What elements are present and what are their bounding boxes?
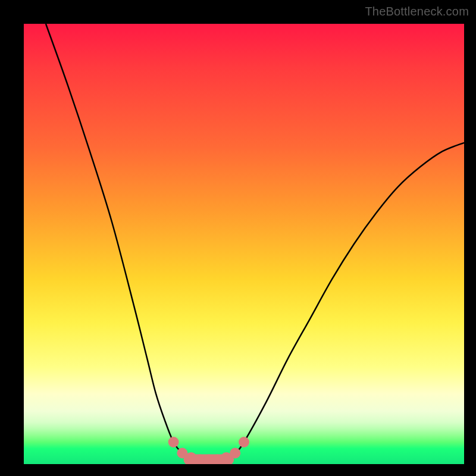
marker-point xyxy=(230,448,240,459)
marker-point xyxy=(239,437,249,447)
marker-point xyxy=(168,437,179,447)
bottleneck-markers xyxy=(168,437,249,464)
plot-area xyxy=(24,24,464,464)
chart-svg xyxy=(24,24,464,464)
bottleneck-curve xyxy=(46,24,464,460)
chart-frame: TheBottleneck.com xyxy=(0,0,476,476)
watermark-text: TheBottleneck.com xyxy=(365,5,469,18)
